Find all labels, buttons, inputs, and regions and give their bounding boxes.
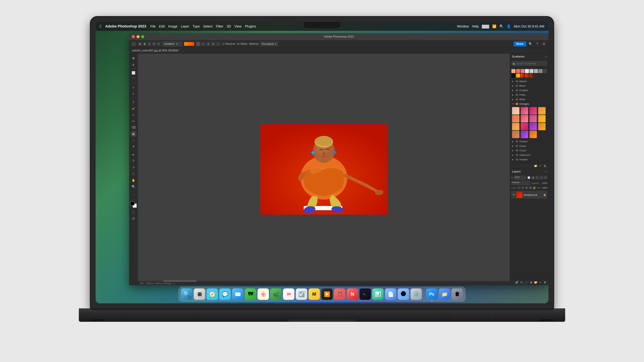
heal-tool[interactable]: ⚕ [130,99,136,105]
category-basics[interactable]: ▶ Basics [511,79,547,83]
dock-app-facetime[interactable]: 📹 [270,289,282,300]
category-grays[interactable]: ▶ Grays [511,144,547,148]
history-tool[interactable]: ↩ [130,118,136,124]
hand-tool[interactable]: ✋ [130,177,136,183]
orange-swatch-6[interactable] [521,115,528,122]
lock-position-icon[interactable]: ✥ [529,186,532,189]
gradients-panel-header[interactable]: Gradients — [510,54,548,60]
gradient-linear-btn[interactable]: ◫ [196,42,200,46]
dock-app-trash[interactable]: 🗑 [452,289,463,300]
dock-app-miro[interactable]: M [308,289,320,300]
dock-app-appstore[interactable]: 🅐 [398,289,409,300]
lock-all-icon[interactable]: 🔒 [533,186,536,189]
lock-image-icon[interactable]: ✎ [521,186,524,189]
swatch-3[interactable] [520,69,524,73]
opacity-value[interactable]: 100% [541,182,548,184]
gradient-angle-btn[interactable]: ◑ [206,42,210,46]
dock-app-launchpad[interactable]: ⊞ [194,289,205,300]
menu-help[interactable]: Help [472,24,479,28]
dock-app-pages[interactable]: 📄 [385,289,396,300]
ps-home-button[interactable]: ⌂ [131,41,136,46]
eraser-tool[interactable]: ⌫ [130,124,136,131]
menu-type[interactable]: Type [192,24,200,28]
crop-tool[interactable]: ⊹ [130,84,136,90]
dodge-tool[interactable]: ☀ [130,144,136,150]
apple-menu-icon[interactable]:  [100,24,101,29]
view-option-5[interactable]: ⊡ [157,42,161,46]
dock-app-maps[interactable]: 🗺 [245,289,256,300]
swatch-1[interactable] [511,69,515,73]
orange-swatch-4[interactable] [538,107,546,114]
layer-visibility-toggle[interactable]: 👁 [512,193,515,196]
dock-app-mail[interactable]: ✉️ [232,289,244,300]
gradient-search-input[interactable] [511,61,547,66]
dock-app-appletv[interactable]: ▶️ [321,289,333,300]
path-tool[interactable]: ↗ [130,165,136,171]
new-group-layers-button[interactable]: 📁 [534,280,538,284]
new-adjustment-button[interactable]: ◑ [529,280,533,284]
pen-tool[interactable]: ✒ [130,152,136,158]
delete-gradient-button[interactable]: 🗑 [543,164,547,168]
category-blues[interactable]: ▶ Blues [511,83,547,88]
minimize-button[interactable] [136,35,140,38]
brush-tool[interactable]: 🖌 [130,105,136,111]
orange-swatch-9[interactable] [512,123,520,130]
reverse-checkbox[interactable] [222,43,224,45]
menu-file[interactable]: File [150,24,156,28]
share-button[interactable]: Share [514,41,526,46]
eyedropper-tool[interactable]: ✒ [130,91,136,97]
move-tool[interactable]: ✥ [130,55,136,61]
orange-swatch-1[interactable] [512,107,520,114]
link-layers-button[interactable]: 🔗 [515,280,519,284]
gradient-tool active[interactable]: ▦ [130,131,136,137]
swatch-13[interactable] [530,73,534,78]
maximize-button[interactable] [141,35,144,38]
swatch-9[interactable] [511,73,515,78]
menu-filter[interactable]: Filter [216,24,223,28]
menu-layer[interactable]: Layer [181,24,189,28]
menu-select[interactable]: Select [203,24,213,28]
menu-3d[interactable]: 3D [227,24,231,28]
swatch-6[interactable] [534,69,538,73]
new-layer-button[interactable]: + [538,280,542,284]
gradient-diamond-btn[interactable]: ◇ [216,42,220,46]
expand-panel-button[interactable]: ⊡ [541,41,546,46]
swatch-7[interactable] [538,69,542,73]
orange-swatch-13[interactable] [512,131,520,138]
menu-view[interactable]: View [234,24,242,28]
category-reds[interactable]: ▶ Reds [511,97,547,102]
filter-type-icon[interactable]: T [535,176,539,179]
help-ps-button[interactable]: ? [535,41,540,46]
dock-app-settings[interactable]: ⚙️ [410,289,422,300]
swatch-10[interactable] [516,73,520,78]
orange-swatch-8[interactable] [538,115,546,122]
layer-row-background[interactable]: 👁 Background 🔒 [511,191,548,199]
quick-mask-button[interactable]: ⬚ [130,209,136,215]
reverse-option[interactable]: Reverse [222,42,236,45]
layers-panel-header[interactable]: Layers — [510,169,548,175]
fill-value[interactable]: 100% [541,187,548,189]
marquee-tool[interactable]: ⬜ [130,70,136,76]
menu-window[interactable]: Window [457,24,469,28]
panel-collapse-icon[interactable]: — [545,55,547,58]
menu-image[interactable]: Image [168,24,178,28]
blur-tool[interactable]: ◌ [130,137,136,143]
dock-app-photoshop[interactable]: Ps [426,289,438,300]
gradient-reflected-btn[interactable]: ◐ [211,42,215,46]
dither-option[interactable]: Dither [237,42,248,45]
new-gradient-button[interactable]: + [538,164,542,168]
add-mask-button[interactable]: ⬚ [524,280,528,284]
orange-swatch-14[interactable] [521,131,528,138]
category-purples[interactable]: ▶ Purples [511,88,547,92]
orange-swatch-10[interactable] [521,123,528,130]
close-button[interactable] [132,35,135,38]
category-pastels[interactable]: ▶ Pastels [511,157,547,162]
swatch-4[interactable] [525,69,529,73]
orange-swatch-11[interactable] [530,123,537,130]
filter-smart-icon[interactable]: ✦ [544,176,548,179]
method-dropdown[interactable]: Perceptual ▼ [260,42,278,46]
more-tools[interactable]: ··· [130,192,136,198]
orange-swatch-7[interactable] [530,115,537,122]
swatch-5[interactable] [530,69,534,73]
layers-filter-kind[interactable]: Kind [514,176,526,180]
